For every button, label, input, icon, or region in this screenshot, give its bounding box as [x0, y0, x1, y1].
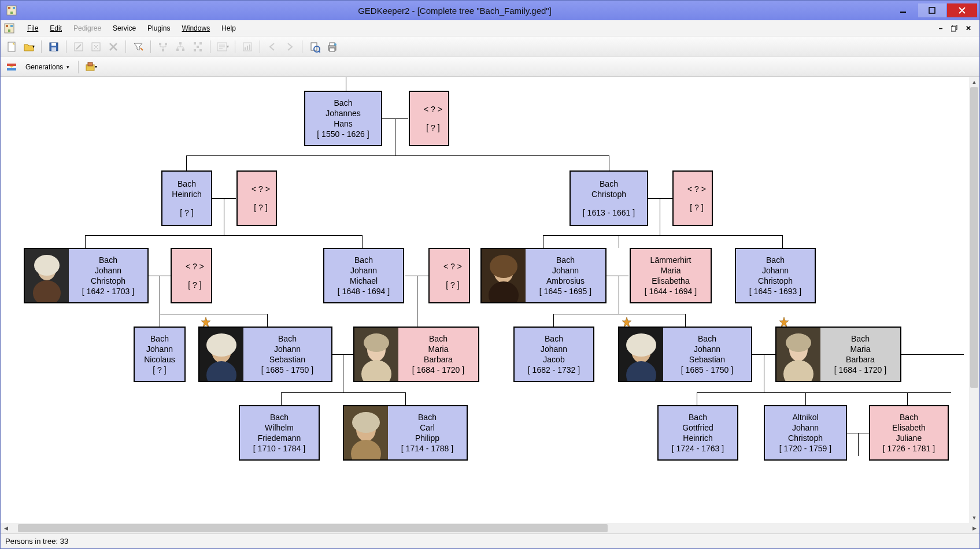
portrait-icon [354, 328, 398, 381]
person-elisabeth-juliane[interactable]: BachElisabethJuliane[ 1726 - 1781 ] [869, 405, 949, 461]
svg-rect-5 [929, 8, 935, 13]
person-carl-philipp[interactable]: BachCarlPhilipp[ 1714 - 1788 ] [343, 405, 468, 461]
scroll-down-icon[interactable]: ▼ [969, 513, 979, 523]
svg-point-48 [34, 255, 60, 276]
scroll-thumb[interactable] [18, 524, 608, 532]
svg-point-60 [364, 333, 389, 352]
person-johann-michael[interactable]: BachJohannMichael[ 1648 - 1694 ] [323, 248, 404, 303]
svg-rect-25 [197, 46, 199, 48]
person-maria-barbara-left[interactable]: BachMariaBarbara[ 1684 - 1720 ] [353, 327, 479, 382]
scroll-right-icon[interactable]: ▶ [969, 523, 979, 533]
svg-rect-8 [10, 25, 13, 27]
open-file-button[interactable]: ▾ [21, 39, 36, 54]
svg-rect-24 [182, 49, 184, 51]
person-heinrich[interactable]: BachHeinrich[ ? ] [161, 170, 212, 226]
person-unknown-spouse-3[interactable]: < ? >[ ? ] [672, 170, 713, 226]
person-johann-christoph-1645[interactable]: BachJohannChristoph[ 1645 - 1693 ] [735, 248, 816, 303]
menu-pedigree[interactable]: Pedigree [68, 22, 107, 35]
svg-rect-22 [179, 42, 182, 44]
portrait-icon [619, 328, 663, 381]
svg-rect-32 [245, 47, 246, 50]
portrait-icon [199, 328, 243, 381]
svg-rect-15 [51, 43, 56, 46]
new-file-button[interactable] [4, 39, 19, 54]
save-button[interactable] [46, 39, 61, 54]
tree-options-button[interactable]: ▾ [83, 60, 98, 75]
mdi-minimize-button[interactable]: – [935, 24, 946, 33]
svg-rect-34 [249, 44, 250, 50]
person-johannes[interactable]: BachJohannesHans[ 1550 - 1626 ] [304, 91, 382, 146]
person-nicolaus[interactable]: BachJohannNicolaus[ ? ] [134, 327, 186, 382]
person-maria-barbara-right[interactable]: BachMariaBarbara[ 1684 - 1720 ] [775, 327, 901, 382]
generations-label: Generations [25, 63, 63, 71]
person-johann-ambrosius[interactable]: BachJohannAmbrosius[ 1645 - 1695 ] [480, 248, 607, 303]
window-title: GEDKeeper2 - [Complete tree "Bach_Family… [20, 6, 889, 16]
svg-rect-2 [13, 7, 15, 9]
scroll-up-icon[interactable]: ▲ [969, 77, 979, 87]
person-unknown-spouse-2[interactable]: < ? >[ ? ] [236, 170, 277, 226]
svg-rect-21 [165, 43, 167, 45]
svg-point-40 [334, 43, 336, 46]
person-gottfried-heinrich[interactable]: BachGottfriedHeinrich[ 1724 - 1763 ] [657, 405, 738, 461]
menu-plugins[interactable]: Plugins [142, 22, 176, 35]
edit-record2-button[interactable] [88, 39, 103, 54]
nav-forward-button[interactable] [282, 39, 297, 54]
menu-edit[interactable]: Edit [44, 22, 68, 35]
person-js-bach-right[interactable]: BachJohannSebastian[ 1685 - 1750 ] [618, 327, 752, 382]
menu-file[interactable]: File [21, 22, 44, 35]
menubar: File Edit Pedigree Service Plugins Windo… [1, 20, 979, 36]
tree-canvas-area: BachJohannesHans[ 1550 - 1626 ] < ? >[ ?… [1, 77, 979, 533]
menu-help[interactable]: Help [216, 22, 242, 35]
svg-rect-11 [951, 27, 956, 31]
print-button[interactable] [324, 39, 339, 54]
scroll-thumb[interactable] [970, 87, 978, 388]
filter-button[interactable] [131, 39, 146, 54]
stats-button[interactable] [240, 39, 255, 54]
vertical-scrollbar[interactable]: ▲ ▼ [969, 77, 979, 523]
person-lammerhirt[interactable]: LämmerhirtMariaElisabetha[ 1644 - 1694 ] [630, 248, 712, 303]
edit-record-button[interactable] [71, 39, 86, 54]
tree-canvas[interactable]: BachJohannesHans[ 1550 - 1626 ] < ? >[ ?… [1, 77, 979, 533]
person-johann-christoph-1642[interactable]: BachJohannChristoph[ 1642 - 1703 ] [24, 248, 149, 303]
svg-rect-19 [162, 49, 164, 51]
chevron-down-icon: ▾ [66, 64, 69, 70]
svg-rect-41 [7, 64, 16, 66]
titlebar: GEDKeeper2 - [Complete tree "Bach_Family… [1, 1, 979, 20]
tree-descendants-button[interactable] [173, 39, 188, 54]
portrait-icon [776, 328, 820, 381]
person-wilhelm-friedemann[interactable]: BachWilhelmFriedemann[ 1710 - 1784 ] [239, 405, 320, 461]
pedigree-button[interactable]: ▾ [215, 39, 230, 54]
person-christoph[interactable]: BachChristoph[ 1613 - 1661 ] [569, 170, 648, 226]
svg-rect-29 [199, 49, 202, 51]
person-unknown-spouse-5[interactable]: < ? >[ ? ] [428, 248, 470, 303]
app-icon-small [4, 23, 14, 34]
generations-dropdown[interactable]: Generations ▾ [21, 60, 73, 75]
menu-service[interactable]: Service [107, 22, 142, 35]
svg-rect-38 [330, 43, 335, 46]
scroll-left-icon[interactable]: ◀ [1, 523, 11, 533]
person-unknown-spouse-4[interactable]: < ? >[ ? ] [171, 248, 212, 303]
mdi-close-button[interactable]: ✕ [963, 24, 974, 33]
close-button[interactable] [947, 3, 977, 17]
nav-back-button[interactable] [265, 39, 280, 54]
maximize-button[interactable] [918, 3, 946, 17]
person-js-bach-left[interactable]: BachJohannSebastian[ 1685 - 1750 ] [198, 327, 332, 382]
tree-both-button[interactable] [190, 39, 205, 54]
person-altnikol[interactable]: AltnikolJohannChristoph[ 1720 - 1759 ] [764, 405, 847, 461]
svg-rect-20 [159, 43, 161, 45]
mdi-restore-button[interactable] [949, 24, 960, 33]
person-johann-jacob[interactable]: BachJohannJacob[ 1682 - 1732 ] [513, 327, 594, 382]
svg-rect-44 [88, 62, 93, 66]
print-preview-button[interactable] [307, 39, 322, 54]
svg-rect-23 [176, 49, 179, 51]
svg-rect-42 [7, 68, 16, 71]
horizontal-scrollbar[interactable]: ◀ ▶ [1, 523, 979, 533]
tree-ancestors-button[interactable] [156, 39, 171, 54]
status-persons-count: Persons in tree: 33 [5, 537, 68, 546]
collapse-button[interactable] [4, 60, 19, 75]
portrait-icon [482, 249, 526, 302]
person-unknown-spouse-1[interactable]: < ? >[ ? ] [409, 91, 449, 146]
menu-windows[interactable]: Windows [176, 22, 216, 35]
delete-record-button[interactable] [106, 39, 121, 54]
minimize-button[interactable] [889, 3, 917, 17]
